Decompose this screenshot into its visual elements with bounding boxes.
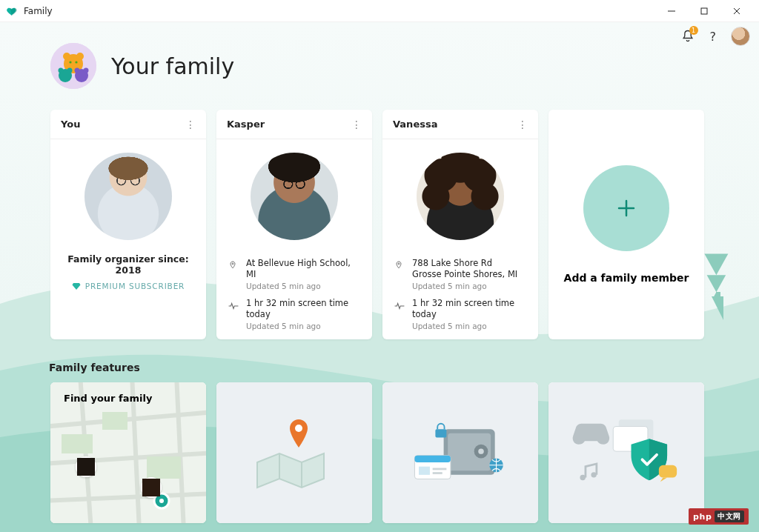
- svg-point-5: [63, 53, 70, 60]
- add-member-card[interactable]: Add a family member: [548, 110, 704, 339]
- svg-point-7: [69, 61, 71, 63]
- svg-rect-20: [147, 456, 181, 479]
- diamond-icon: [72, 282, 81, 290]
- map-avatar-vanessa: [141, 477, 162, 498]
- watermark-suffix: 中文网: [715, 511, 744, 522]
- location-text-line1: 788 Lake Shore Rd: [412, 258, 517, 269]
- location-text: At Bellevue High School, MI: [246, 258, 360, 280]
- screentime-text: 1 hr 32 min screen time today: [246, 298, 360, 320]
- location-text-line2: Grosse Pointe Shores, MI: [412, 269, 517, 280]
- member-name: Kasper: [227, 119, 265, 130]
- notifications-button[interactable]: 1: [680, 29, 695, 44]
- app-title: Family: [24, 6, 655, 16]
- map-pin-icon: [290, 419, 308, 448]
- more-options-button[interactable]: ⋮: [185, 123, 196, 126]
- premium-badge: PREMIUM SUBSCRIBER: [72, 282, 185, 290]
- client-area: 1 ?: [0, 22, 759, 532]
- help-button[interactable]: ?: [710, 30, 717, 44]
- member-avatar: [251, 153, 338, 240]
- location-row: 788 Lake Shore Rd Grosse Pointe Shores, …: [394, 258, 526, 290]
- svg-rect-19: [102, 412, 127, 430]
- svg-point-11: [67, 68, 73, 73]
- svg-point-16: [398, 263, 400, 265]
- member-card-you[interactable]: You ⋮ Family organizer since: 2018 PREMI…: [50, 110, 206, 339]
- page-header: Your family: [50, 22, 734, 89]
- minimize-button[interactable]: [655, 0, 688, 22]
- member-card-kasper[interactable]: Kasper ⋮ At Bellevue High School, MI Upd…: [216, 110, 372, 339]
- watermark-brand: php: [693, 512, 712, 522]
- feature-card-safety[interactable]: [382, 382, 538, 523]
- window-controls: [655, 0, 753, 22]
- location-pin-icon: [228, 258, 239, 290]
- plus-circle-icon: [583, 165, 669, 251]
- location-row: At Bellevue High School, MI Updated 5 mi…: [228, 258, 360, 290]
- more-options-button[interactable]: ⋮: [517, 123, 528, 126]
- svg-point-27: [478, 448, 483, 453]
- features-section-title: Family features: [49, 362, 734, 373]
- location-pin-icon: [394, 258, 405, 290]
- svg-rect-37: [659, 465, 677, 478]
- svg-rect-18: [62, 434, 93, 453]
- current-user-avatar[interactable]: [731, 27, 750, 46]
- notification-badge: 1: [689, 26, 698, 35]
- svg-point-13: [75, 68, 80, 73]
- features-row: Find your family: [50, 382, 734, 523]
- member-name: Vanessa: [393, 119, 437, 130]
- feature-card-location[interactable]: [216, 382, 372, 523]
- screentime-row: 1 hr 32 min screen time today Updated 5 …: [228, 298, 360, 330]
- svg-rect-29: [414, 456, 451, 462]
- game-controller-icon: [573, 424, 610, 445]
- svg-point-14: [84, 68, 89, 73]
- svg-point-10: [59, 68, 64, 73]
- svg-point-8: [75, 61, 77, 63]
- screentime-updated: Updated 5 min ago: [246, 322, 360, 330]
- activity-icon: [228, 298, 239, 330]
- svg-point-22: [159, 499, 164, 503]
- organizer-since-label: Family organizer since: 2018: [61, 253, 196, 276]
- svg-point-15: [232, 263, 233, 265]
- location-illustration: [216, 382, 372, 523]
- screentime-text: 1 hr 32 min screen time today: [412, 298, 526, 320]
- screentime-row: 1 hr 32 min screen time today Updated 5 …: [394, 298, 526, 330]
- member-avatar: [417, 153, 504, 240]
- title-bar: Family: [0, 0, 759, 22]
- svg-point-6: [76, 53, 84, 60]
- entertainment-illustration: [548, 382, 704, 523]
- family-logo-icon: [50, 43, 96, 89]
- premium-label: PREMIUM SUBSCRIBER: [85, 282, 185, 290]
- topbar: 1 ?: [680, 27, 751, 46]
- feature-card-entertainment[interactable]: [548, 382, 704, 523]
- music-note-icon: [580, 464, 596, 480]
- member-card-vanessa[interactable]: Vanessa ⋮ 788 Lake Shore Rd Grosse Point…: [382, 110, 538, 339]
- member-name: You: [61, 119, 80, 130]
- location-updated: Updated 5 min ago: [412, 282, 517, 290]
- member-avatar: [84, 153, 172, 240]
- feature-card-find-family[interactable]: Find your family: [50, 382, 206, 523]
- svg-point-23: [295, 425, 302, 432]
- app-icon: [6, 5, 18, 17]
- screentime-updated: Updated 5 min ago: [412, 322, 526, 330]
- watermark-badge: php 中文网: [689, 508, 749, 525]
- svg-rect-0: [701, 8, 707, 14]
- location-updated: Updated 5 min ago: [246, 282, 360, 290]
- svg-rect-30: [419, 467, 430, 475]
- svg-rect-34: [435, 429, 446, 437]
- add-member-label: Add a family member: [564, 272, 689, 284]
- activity-icon: [394, 298, 405, 330]
- svg-rect-31: [433, 468, 447, 471]
- svg-rect-32: [433, 472, 443, 474]
- member-cards-row: You ⋮ Family organizer since: 2018 PREMI…: [50, 110, 734, 339]
- safety-illustration: [382, 382, 538, 523]
- map-avatar-kasper: [76, 456, 96, 477]
- chat-icon: [659, 465, 677, 482]
- page-title: Your family: [111, 53, 234, 79]
- maximize-button[interactable]: [688, 0, 720, 22]
- lock-icon: [435, 424, 446, 438]
- close-button[interactable]: [720, 0, 753, 22]
- more-options-button[interactable]: ⋮: [351, 123, 362, 126]
- feature-title: Find your family: [64, 393, 152, 404]
